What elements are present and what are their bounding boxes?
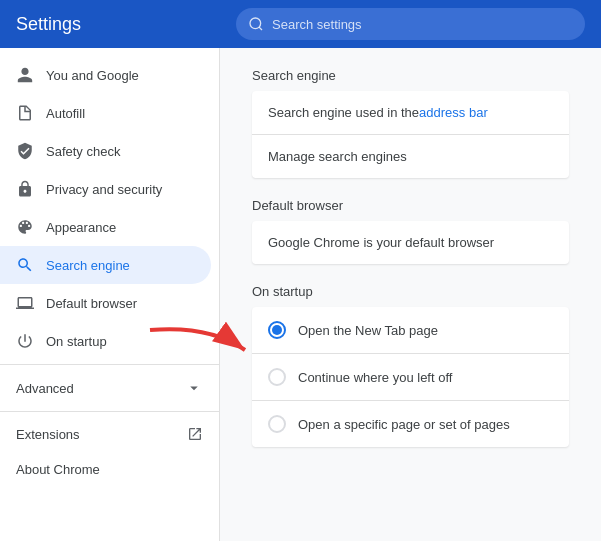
sidebar-item-label: Privacy and security [46,182,162,197]
shield-check-icon [16,142,34,160]
about-label: About Chrome [16,462,100,477]
search-nav-icon [16,256,34,274]
lock-icon [16,180,34,198]
sidebar-item-safety-check[interactable]: Safety check [0,132,211,170]
chevron-down-icon [185,379,203,397]
power-icon [16,332,34,350]
default-browser-text: Google Chrome is your default browser [268,235,494,250]
sidebar-item-label: Safety check [46,144,120,159]
sidebar-item-label: You and Google [46,68,139,83]
sidebar-item-label: Appearance [46,220,116,235]
app-header: Settings Search settings [0,0,601,48]
new-tab-label: Open the New Tab page [298,323,438,338]
sidebar-item-label: Default browser [46,296,137,311]
svg-point-0 [250,18,261,29]
sidebar-advanced[interactable]: Advanced [0,369,219,407]
on-startup-title: On startup [252,284,569,299]
on-startup-specific-page[interactable]: Open a specific page or set of pages [252,401,569,447]
sidebar-item-autofill[interactable]: Autofill [0,94,211,132]
address-bar-item[interactable]: Search engine used in the address bar [252,91,569,135]
search-placeholder: Search settings [272,17,362,32]
autofill-icon [16,104,34,122]
default-browser-card: Google Chrome is your default browser [252,221,569,264]
monitor-icon [16,294,34,312]
address-bar-text-before: Search engine used in the [268,105,419,120]
sidebar-item-label: Search engine [46,258,130,273]
sidebar-item-default-browser[interactable]: Default browser [0,284,211,322]
default-browser-item: Google Chrome is your default browser [252,221,569,264]
palette-icon [16,218,34,236]
sidebar-item-you-and-google[interactable]: You and Google [0,56,211,94]
advanced-label: Advanced [16,381,74,396]
search-icon [248,16,264,32]
sidebar-item-search-engine[interactable]: Search engine [0,246,211,284]
radio-continue[interactable] [268,368,286,386]
external-link-icon [187,426,203,442]
sidebar: You and Google Autofill Safety check Pri… [0,48,220,541]
main-content: Search engine Search engine used in the … [220,48,601,541]
sidebar-divider-2 [0,411,219,412]
extensions-label: Extensions [16,427,80,442]
on-startup-continue[interactable]: Continue where you left off [252,354,569,401]
default-browser-title: Default browser [252,198,569,213]
manage-label: Manage search engines [268,149,407,164]
continue-label: Continue where you left off [298,370,452,385]
search-bar[interactable]: Search settings [236,8,585,40]
svg-line-1 [259,27,262,30]
sidebar-item-appearance[interactable]: Appearance [0,208,211,246]
on-startup-new-tab[interactable]: Open the New Tab page [252,307,569,354]
app-title: Settings [16,14,236,35]
sidebar-item-on-startup[interactable]: On startup [0,322,211,360]
sidebar-item-privacy[interactable]: Privacy and security [0,170,211,208]
sidebar-about[interactable]: About Chrome [0,452,211,487]
radio-specific-page[interactable] [268,415,286,433]
address-bar-link[interactable]: address bar [419,105,488,120]
sidebar-extensions[interactable]: Extensions [0,416,219,452]
search-engine-card: Search engine used in the address bar Ma… [252,91,569,178]
manage-search-engines-item[interactable]: Manage search engines [252,135,569,178]
radio-new-tab[interactable] [268,321,286,339]
search-engine-title: Search engine [252,68,569,83]
on-startup-card: Open the New Tab page Continue where you… [252,307,569,447]
specific-page-label: Open a specific page or set of pages [298,417,510,432]
sidebar-item-label: Autofill [46,106,85,121]
sidebar-item-label: On startup [46,334,107,349]
person-icon [16,66,34,84]
sidebar-divider [0,364,219,365]
